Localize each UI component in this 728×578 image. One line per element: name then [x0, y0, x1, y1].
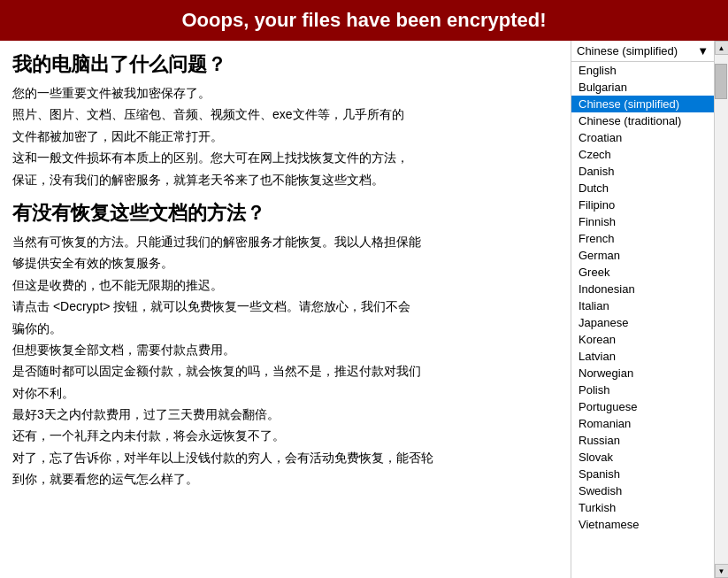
- paragraph: 照片、图片、文档、压缩包、音频、视频文件、exe文件等，几乎所有的: [12, 104, 558, 124]
- language-option[interactable]: Greek: [571, 264, 714, 281]
- language-option[interactable]: Turkish: [571, 499, 714, 516]
- scroll-up-arrow[interactable]: ▲: [715, 41, 729, 55]
- language-option[interactable]: Spanish: [571, 466, 714, 482]
- language-option[interactable]: Finnish: [571, 213, 714, 230]
- paragraph: 对你不利。: [12, 383, 558, 403]
- language-option[interactable]: Chinese (simplified): [571, 96, 714, 112]
- scroll-thumb[interactable]: [715, 64, 727, 99]
- main-container: 我的电脑出了什么问题？ 您的一些重要文件被我加密保存了。照片、图片、文档、压缩包…: [0, 41, 728, 578]
- language-option[interactable]: Danish: [571, 163, 714, 180]
- paragraph: 最好3天之内付款费用，过了三天费用就会翻倍。: [12, 405, 558, 424]
- language-option[interactable]: Portuguese: [571, 398, 714, 415]
- language-option[interactable]: Indonesian: [571, 281, 714, 297]
- language-option[interactable]: Italian: [571, 297, 714, 314]
- paragraph: 这和一般文件损坏有本质上的区别。您大可在网上找找恢复文件的方法，: [12, 148, 558, 167]
- dropdown-arrow-icon: ▼: [697, 44, 709, 58]
- language-option[interactable]: Chinese (traditional): [571, 112, 714, 129]
- paragraphs1-container: 您的一些重要文件被我加密保存了。照片、图片、文档、压缩包、音频、视频文件、exe…: [12, 83, 558, 189]
- language-option[interactable]: Romanian: [571, 415, 714, 432]
- paragraph: 是否随时都可以固定金额付款，就会恢复的吗，当然不是，推迟付款对我们: [12, 361, 558, 381]
- paragraph: 但想要恢复全部文档，需要付款点费用。: [12, 340, 558, 359]
- language-option[interactable]: Filipino: [571, 197, 714, 213]
- language-dropdown-container[interactable]: Chinese (simplified) ▼ EnglishBulgarianC…: [571, 41, 714, 578]
- paragraph: 您的一些重要文件被我加密保存了。: [12, 83, 558, 103]
- language-option[interactable]: German: [571, 247, 714, 264]
- language-option[interactable]: French: [571, 230, 714, 247]
- scroll-down-arrow[interactable]: ▼: [715, 564, 729, 578]
- language-option[interactable]: Croatian: [571, 129, 714, 146]
- scrollbar[interactable]: ▲ ▼: [714, 41, 728, 578]
- paragraph: 文件都被加密了，因此不能正常打开。: [12, 127, 558, 146]
- paragraph: 对了，忘了告诉你，对半年以上没钱付款的穷人，会有活动免费恢复，能否轮: [12, 448, 558, 467]
- language-option[interactable]: Vietnamese: [571, 516, 714, 533]
- paragraph: 请点击 <Decrypt> 按钮，就可以免费恢复一些文档。请您放心，我们不会: [12, 297, 558, 316]
- paragraph: 还有，一个礼拜之内未付款，将会永远恢复不了。: [12, 426, 558, 445]
- section2-heading: 有没有恢复这些文档的方法？: [12, 200, 558, 227]
- language-list[interactable]: EnglishBulgarianChinese (simplified)Chin…: [571, 62, 714, 578]
- paragraphs2-container: 当然有可恢复的方法。只能通过我们的解密服务才能恢复。我以人格担保能够提供安全有效…: [12, 232, 558, 489]
- paragraph: 到你，就要看您的运气怎么样了。: [12, 469, 558, 489]
- page-header: Ooops, your files have been encrypted!: [0, 0, 728, 41]
- paragraph: 保证，没有我们的解密服务，就算老天爷来了也不能恢复这些文档。: [12, 170, 558, 189]
- paragraph: 当然有可恢复的方法。只能通过我们的解密服务才能恢复。我以人格担保能: [12, 232, 558, 251]
- language-option[interactable]: Russian: [571, 432, 714, 449]
- language-dropdown-header[interactable]: Chinese (simplified) ▼: [571, 41, 714, 62]
- paragraph: 骗你的。: [12, 319, 558, 338]
- header-title: Ooops, your files have been encrypted!: [182, 9, 547, 31]
- language-option[interactable]: Swedish: [571, 482, 714, 499]
- language-option[interactable]: Korean: [571, 331, 714, 348]
- paragraph: 够提供安全有效的恢复服务。: [12, 253, 558, 273]
- language-option[interactable]: Czech: [571, 146, 714, 163]
- selected-language-label: Chinese (simplified): [577, 44, 678, 58]
- language-option[interactable]: Japanese: [571, 314, 714, 331]
- language-option[interactable]: Bulgarian: [571, 79, 714, 96]
- language-option[interactable]: English: [571, 62, 714, 79]
- scroll-track[interactable]: [715, 55, 728, 564]
- content-area: 我的电脑出了什么问题？ 您的一些重要文件被我加密保存了。照片、图片、文档、压缩包…: [0, 41, 571, 578]
- language-option[interactable]: Latvian: [571, 348, 714, 365]
- language-option[interactable]: Dutch: [571, 180, 714, 197]
- section1-heading: 我的电脑出了什么问题？: [12, 51, 558, 78]
- language-option[interactable]: Norwegian: [571, 365, 714, 381]
- language-option[interactable]: Polish: [571, 381, 714, 398]
- paragraph: 但这是收费的，也不能无限期的推迟。: [12, 275, 558, 295]
- language-option[interactable]: Slovak: [571, 449, 714, 466]
